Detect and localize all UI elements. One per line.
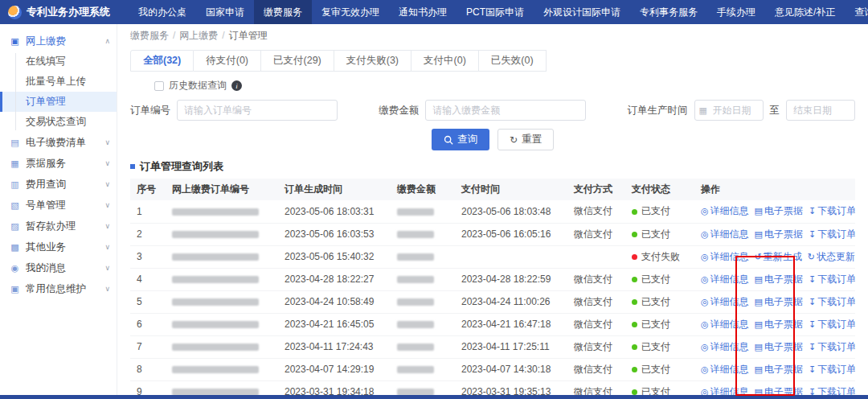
redacted-amount [397,343,434,351]
sidebar-group[interactable]: ▦ 票据服务 ∨ [0,153,117,174]
nav-item[interactable]: 缴费服务 [254,0,312,24]
details-icon: ◎ [701,229,709,240]
cell-order-no [166,290,278,313]
nav-item[interactable]: 通知书办理 [389,0,457,24]
cell-pay-method: 微信支付 [567,335,625,358]
nav-item[interactable]: 外观设计国际申请 [534,0,630,24]
nav-item[interactable]: 国家申请 [196,0,254,24]
action-details[interactable]: ◎ 详细信息 [701,385,749,396]
action-details[interactable]: ◎ 详细信息 [701,295,749,309]
chevron-down-icon: ∨ [104,285,110,293]
sidebar-group[interactable]: ▩ 其他业务 ∨ [0,237,117,257]
nav-item[interactable]: 专利事务服务 [630,0,707,24]
status-dot [632,322,637,327]
tab[interactable]: 支付中(0) [411,50,479,72]
nav-item[interactable]: PCT国际申请 [457,0,534,24]
tab[interactable]: 待支付(0) [194,50,261,72]
sidebar-group[interactable]: ▥ 费用查询 ∨ [0,174,117,195]
action-download-order[interactable]: ↧ 下载订单 [809,273,855,286]
action-download-order[interactable]: ↧ 下载订单 [809,385,855,396]
regenerate-icon: ↺ [755,252,762,262]
breadcrumb-item[interactable]: 缴费服务 [130,30,169,41]
action-download-order[interactable]: ↧ 下载订单 [809,340,855,354]
order-time-filter: 订单生产时间 ▦ 至 [628,100,856,121]
action-download-order[interactable]: ↧ 下载订单 [809,363,855,376]
action-e-invoice[interactable]: ▤ 电子票据 [755,385,803,396]
sidebar-group[interactable]: ▣ 常用信息维护 ∨ [0,278,117,299]
action-status-update[interactable]: ↻ 状态更新 [808,250,855,264]
action-e-invoice[interactable]: ▤ 电子票据 [755,340,803,354]
nav-item[interactable]: 我的办公桌 [129,0,196,24]
action-details[interactable]: ◎ 详细信息 [701,363,749,376]
chevron-down-icon: ∨ [104,222,110,230]
sidebar-group[interactable]: ▧ 号单管理 ∨ [0,195,117,216]
end-date-input[interactable] [786,100,855,121]
reset-button[interactable]: ↻ 重置 [497,129,554,150]
action-download-order[interactable]: ↧ 下载订单 [809,318,855,331]
action-details[interactable]: ◎ 详细信息 [701,318,749,331]
cell-created-time: 2023-05-06 18:03:31 [278,200,391,223]
tab[interactable]: 已失效(0) [479,50,547,72]
status-text: 已支付 [641,296,670,307]
sidebar-group[interactable]: ◉ 我的消息 ∨ [0,257,117,278]
table-row: 1 2023-05-06 18:03:31 2023-05-06 18:03:4… [130,200,855,223]
tab[interactable]: 支付失败(3) [334,50,411,72]
action-regenerate[interactable]: ↺ 重新生成 [755,250,802,264]
cell-seq: 7 [130,335,166,358]
cell-pay-status: 已支付 [625,358,694,380]
nav-item[interactable]: 手续办理 [707,0,765,24]
redacted-amount [397,366,434,373]
sidebar-group[interactable]: ▣ 网上缴费 ∧ [0,31,117,51]
sidebar-item[interactable]: 批量号单上传 [0,72,117,92]
action-details[interactable]: ◎ 详细信息 [701,340,749,354]
tab[interactable]: 全部(32) [130,50,194,72]
action-e-invoice[interactable]: ▤ 电子票据 [755,228,803,241]
action-download-order[interactable]: ↧ 下载订单 [809,295,855,309]
history-checkbox[interactable] [154,81,164,91]
nav-item[interactable]: 复审无效办理 [312,0,389,24]
sidebar-item[interactable]: 订单管理 [0,92,117,112]
sidebar-item[interactable]: 在线填写 [0,51,117,72]
start-date-input[interactable] [694,100,764,121]
table-row: 5 2023-04-24 10:58:49 2023-04-24 11:00:2… [130,290,855,313]
chevron-down-icon: ∨ [104,138,110,146]
action-download-order[interactable]: ↧ 下载订单 [809,228,855,241]
nav-item[interactable]: 查询统计 [845,0,868,24]
table-row: 6 2023-04-21 16:45:05 2023-04-21 16:47:1… [130,313,855,335]
cell-pay-status: 已支付 [625,223,694,245]
action-e-invoice[interactable]: ▤ 电子票据 [755,363,803,376]
app-title: 专利业务办理系统 [27,5,110,19]
action-e-invoice[interactable]: ▤ 电子票据 [755,273,803,286]
action-download-order[interactable]: ↧ 下载订单 [809,204,855,218]
cell-pay-method: 微信支付 [567,200,625,223]
nav-item[interactable]: 意见陈述/补正 [765,0,845,24]
status-text: 已支付 [641,274,670,285]
order-time-label: 订单生产时间 [628,104,688,117]
table-row: 4 2023-04-28 18:22:27 2023-04-28 18:22:5… [130,268,855,290]
action-details[interactable]: ◎ 详细信息 [701,204,749,218]
cell-actions: ◎ 详细信息 ▤ 电子票据 ↧ 下载订单 [694,268,855,290]
main-content: 缴费服务/网上缴费/订单管理 全部(32)待支付(0)已支付(29)支付失败(3… [117,24,868,395]
info-icon[interactable]: i [231,80,242,91]
action-details[interactable]: ◎ 详细信息 [701,273,749,286]
sidebar-group[interactable]: ▤ 电子缴费清单 ∨ [0,132,117,153]
order-no-input[interactable] [177,100,338,121]
cell-created-time: 2023-04-28 18:22:27 [278,268,391,290]
tab[interactable]: 已支付(29) [261,50,334,72]
sidebar-item[interactable]: 交易状态查询 [0,112,117,132]
cell-created-time: 2023-05-06 16:03:53 [278,223,391,245]
action-details[interactable]: ◎ 详细信息 [701,250,749,264]
search-button[interactable]: 查询 [432,129,489,150]
cell-created-time: 2023-04-21 16:45:05 [278,313,391,335]
action-e-invoice[interactable]: ▤ 电子票据 [755,318,803,331]
action-e-invoice[interactable]: ▤ 电子票据 [755,204,803,218]
topnav-items: 我的办公桌国家申请缴费服务复审无效办理通知书办理PCT国际申请外观设计国际申请专… [129,0,868,24]
amount-input[interactable] [425,100,586,121]
action-details[interactable]: ◎ 详细信息 [701,228,749,241]
breadcrumb-item[interactable]: 网上缴费 [179,30,218,41]
history-label: 历史数据查询 [169,79,227,93]
sidebar-group[interactable]: ▨ 暂存款办理 ∨ [0,216,117,237]
status-dot [632,254,637,260]
chevron-down-icon: ∨ [104,201,110,209]
action-e-invoice[interactable]: ▤ 电子票据 [755,295,803,309]
